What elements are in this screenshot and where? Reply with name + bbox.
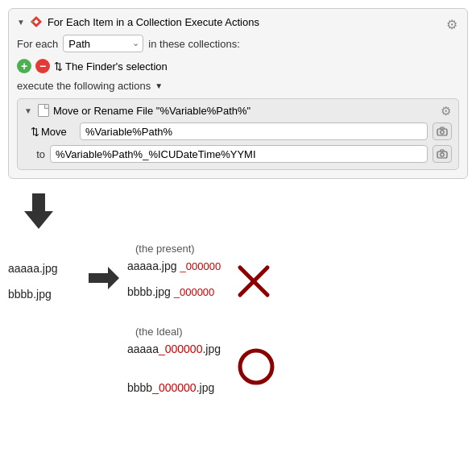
present-section: (the present) aaaaa.jpg_000000 bbbb.jpg_…	[127, 243, 468, 314]
present-file-1: aaaaa.jpg_000000	[127, 259, 221, 272]
right-results-col: (the present) aaaaa.jpg_000000 bbbb.jpg_…	[127, 243, 468, 394]
collapse-arrow[interactable]: ▼	[17, 18, 25, 27]
ideal-file-2-ext: .jpg	[197, 381, 215, 394]
comparison-layout: aaaaa.jpg bbbb.jpg (the present) aaaaa.j…	[8, 243, 468, 394]
path-select-wrapper[interactable]: Path	[63, 35, 143, 52]
ideal-file-1: aaaaa_000000.jpg	[127, 343, 221, 355]
foreach-label: For each	[17, 38, 58, 50]
present-file-1-base: aaaaa.jpg	[127, 259, 177, 272]
ideal-file-2: bbbb_000000.jpg	[127, 381, 221, 394]
svg-point-13	[240, 351, 272, 383]
ideal-file-2-suffix: _000000	[152, 381, 197, 394]
action-box: ▼ Move or Rename File "%Variable%Path%" …	[17, 98, 459, 170]
add-collection-button[interactable]: +	[17, 59, 31, 73]
ideal-files: aaaaa_000000.jpg bbbb_000000.jpg	[127, 343, 221, 394]
ideal-file-1-ext: .jpg	[202, 343, 221, 355]
execute-label: execute the following actions	[17, 80, 151, 92]
finder-selector[interactable]: ⇅ The Finder's selection	[54, 60, 168, 73]
move-value-input[interactable]	[80, 122, 428, 140]
ideal-file-2-base: bbbb	[127, 381, 152, 394]
ideal-label: (the Ideal)	[135, 326, 183, 338]
present-file-2: bbbb.jpg_000000	[127, 285, 221, 298]
to-row: to	[24, 145, 452, 163]
ideal-file-1-base: aaaaa	[127, 343, 159, 355]
svg-marker-10	[89, 267, 119, 289]
foreach-row: For each Path in these collections:	[17, 35, 459, 52]
left-file-1: aaaaa.jpg	[8, 262, 81, 275]
header-title: For Each Item in a Collection Execute Ac…	[48, 16, 459, 28]
automator-box: ▼ For Each Item in a Collection Execute …	[8, 8, 468, 179]
svg-rect-3	[437, 129, 447, 135]
header-gear-button[interactable]: ⚙	[443, 15, 461, 33]
move-row: ⇅ Move	[24, 122, 452, 140]
action-gear-button[interactable]: ⚙	[437, 103, 453, 119]
execute-arrow: ▼	[155, 81, 163, 90]
diagram-section: aaaaa.jpg bbbb.jpg (the present) aaaaa.j…	[8, 193, 468, 394]
ideal-file-1-suffix: _000000	[159, 343, 203, 355]
finder-ud-arrow: ⇅	[54, 60, 63, 73]
to-value-input[interactable]	[50, 145, 428, 163]
left-files: aaaaa.jpg bbbb.jpg	[8, 262, 81, 301]
present-label: (the present)	[135, 243, 195, 255]
collections-row: + − ⇅ The Finder's selection	[17, 59, 459, 73]
svg-marker-9	[24, 193, 53, 229]
present-files: aaaaa.jpg_000000 bbbb.jpg_000000	[127, 259, 221, 298]
ideal-files-with-circle: aaaaa_000000.jpg bbbb_000000.jpg	[127, 343, 468, 394]
down-arrow	[24, 193, 53, 231]
move-label: Move	[41, 126, 67, 138]
to-label: to	[31, 148, 45, 160]
ideal-section: (the Ideal) aaaaa_000000.jpg bbbb_000000…	[127, 326, 468, 394]
move-selector[interactable]: ⇅ Move	[31, 126, 75, 138]
present-file-2-suffix: _000000	[174, 286, 215, 298]
svg-rect-5	[441, 127, 445, 129]
svg-rect-6	[437, 152, 447, 158]
finder-label: The Finder's selection	[65, 60, 168, 73]
circle-mark	[235, 346, 277, 390]
execute-row: execute the following actions ▼	[17, 80, 459, 92]
present-file-2-base: bbbb.jpg	[127, 285, 171, 298]
remove-collection-button[interactable]: −	[35, 59, 50, 73]
file-icon	[38, 104, 49, 117]
header-row: ▼ For Each Item in a Collection Execute …	[17, 15, 459, 28]
svg-rect-8	[441, 150, 445, 152]
present-file-1-suffix: _000000	[180, 260, 221, 272]
x-mark	[235, 263, 272, 302]
move-camera-button[interactable]	[433, 122, 452, 140]
action-collapse-arrow[interactable]: ▼	[24, 106, 32, 115]
for-each-icon	[30, 15, 43, 28]
action-title: Move or Rename File "%Variable%Path%"	[53, 105, 452, 117]
to-camera-button[interactable]	[433, 145, 452, 163]
path-select[interactable]: Path	[63, 35, 143, 52]
right-arrow-col	[89, 267, 119, 289]
in-label: in these collections:	[148, 38, 239, 50]
move-ud-arrow: ⇅	[31, 126, 39, 138]
svg-rect-2	[31, 21, 34, 23]
present-files-with-x: aaaaa.jpg_000000 bbbb.jpg_000000	[127, 259, 468, 314]
left-file-2: bbbb.jpg	[8, 288, 81, 301]
action-header: ▼ Move or Rename File "%Variable%Path%" …	[24, 104, 452, 117]
